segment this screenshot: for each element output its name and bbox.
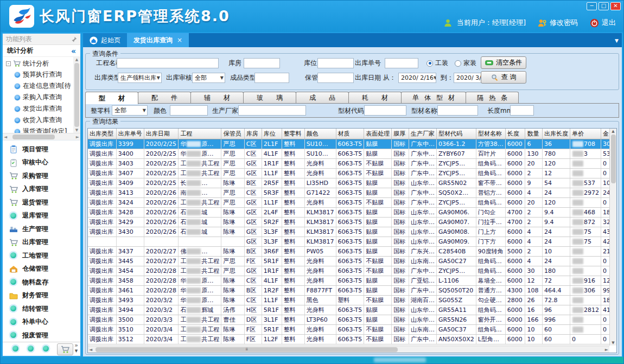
footer-module-button[interactable]: [42, 344, 50, 354]
radio-jiazhuang[interactable]: 家装: [455, 58, 476, 68]
minimize-button[interactable]: ─: [587, 2, 597, 10]
footer-cart-button[interactable]: [57, 343, 73, 355]
change-password-button[interactable]: 修改密码: [538, 18, 578, 28]
manufacturer-input[interactable]: [238, 105, 306, 116]
scroll-right-icon[interactable]: ►: [76, 135, 79, 139]
scroll-thumb[interactable]: [611, 135, 616, 183]
maximize-button[interactable]: □: [598, 2, 609, 10]
tree-horizontal-scrollbar[interactable]: ◄ ►: [3, 133, 80, 140]
logout-button[interactable]: 退出: [590, 18, 616, 28]
pin-icon[interactable]: [71, 36, 77, 42]
column-header[interactable]: 表面处理: [364, 129, 392, 139]
column-header[interactable]: 数量: [525, 129, 543, 139]
scroll-down-icon[interactable]: ▼: [612, 341, 614, 345]
project-name-input[interactable]: [117, 58, 219, 68]
table-row[interactable]: 调拨出库34072020/2/25工共工程严思G区1L1F整料光身料6063-T…: [88, 168, 616, 178]
table-row[interactable]: 调拨出库34002020/2/25华原…严思C区4L1F整料SU10…6063-…: [88, 149, 616, 158]
sidebar-module-item[interactable]: 结转管理: [3, 302, 80, 316]
keeper-input[interactable]: [317, 73, 354, 83]
close-button[interactable]: ✕: [610, 2, 621, 10]
scroll-thumb[interactable]: ⅲ: [95, 347, 398, 352]
material-tab[interactable]: 辅 材: [190, 92, 244, 104]
scroll-right-icon[interactable]: ►: [605, 347, 608, 352]
table-row[interactable]: 调拨出库34372020/2/27佛…陈琳B区3R6F整料PW056063-T5…: [88, 246, 616, 256]
order-no-input[interactable]: [385, 58, 418, 68]
tab-close-icon[interactable]: ×: [177, 36, 182, 44]
table-row[interactable]: 调拨出库34292020/2/26石城陈琳G区5R2F整料KLM38176063…: [88, 217, 616, 227]
table-row[interactable]: G区3L3F整料KLM38176063-T5贴膜国标山东华…GA90M09.门下…: [88, 237, 616, 246]
tree-item[interactable]: 采购入库查询: [6, 92, 73, 103]
tree-vertical-scrollbar[interactable]: ▲ ▼: [73, 57, 80, 133]
column-header[interactable]: 颜色: [304, 129, 336, 139]
table-row[interactable]: 调拨出库35122020/3/4工共工程陈琳F区1L2F整料光身料6063-T5…: [88, 334, 616, 344]
sidebar-module-item[interactable]: 财务管理: [3, 289, 80, 302]
out-type-select[interactable]: 生产领料出库▼: [118, 73, 162, 83]
material-tab[interactable]: 隔热条: [466, 92, 519, 104]
audit-select[interactable]: 全部▼: [192, 73, 225, 83]
grid-vertical-scrollbar[interactable]: ▲ ▼: [609, 129, 616, 346]
table-row[interactable]: 调拨出库34542020/2/28工共工程严思G区1R1F整料光身料6063-T…: [88, 266, 616, 276]
column-header[interactable]: 出库单号: [116, 129, 144, 139]
sidebar-module-item[interactable]: 物料盘存: [3, 276, 80, 289]
sidebar-module-item[interactable]: 报废管理: [3, 329, 80, 342]
footer-module-button[interactable]: [27, 344, 35, 354]
table-row[interactable]: 调拨出库35102020/3/4工共工程陈琳F区5R1F整料光身料6063-T5…: [88, 324, 616, 334]
location-input[interactable]: [317, 58, 354, 68]
table-row[interactable]: 调拨出库34452020/2/27工共工程严思F区5R1F整料光身料6063-T…: [88, 256, 616, 266]
profile-name-input[interactable]: [437, 105, 478, 116]
tree-item[interactable]: 发货出库查询: [6, 103, 73, 114]
radio-gongzhuang[interactable]: 工装: [426, 58, 448, 68]
clear-conditions-button[interactable]: 清空条件: [481, 56, 526, 69]
column-header[interactable]: 工程: [179, 129, 221, 139]
scroll-thumb[interactable]: [12, 135, 55, 139]
grid-horizontal-scrollbar[interactable]: ◄ ⅲ ►: [88, 346, 609, 353]
table-row[interactable]: 调拨出库34942020/3/2石辉城汤伟H区5R1F整料光身料6063-T5贴…: [88, 305, 616, 315]
column-header[interactable]: 膜厚: [392, 129, 409, 139]
tab-start-page[interactable]: 起始页: [83, 33, 127, 47]
table-row[interactable]: 调拨出库34242020/2/26工共工程严思G区1L1F整料光身料6063-T…: [88, 197, 616, 207]
sidebar-module-item[interactable]: 审核中心: [3, 156, 80, 169]
column-header[interactable]: 整零料: [282, 129, 304, 139]
collapse-icon[interactable]: «: [71, 47, 76, 55]
material-tab[interactable]: 耗 材: [348, 92, 402, 104]
scroll-left-icon[interactable]: ◄: [4, 135, 7, 139]
length-input[interactable]: [510, 105, 534, 116]
search-button[interactable]: 查 询: [481, 71, 526, 84]
sidebar-module-item[interactable]: 补单中心: [3, 315, 80, 329]
column-header[interactable]: 保管员: [221, 129, 244, 139]
table-row[interactable]: 调拨出库34132020/2/26南…严思C区5R3F整料G714226063-…: [88, 188, 616, 197]
table-row[interactable]: 调拨出库34032020/2/25工共工程严思G区1R1F整料光身料6063-T…: [88, 158, 616, 168]
sidebar-module-item[interactable]: 生产管理: [3, 222, 80, 236]
tree-item[interactable]: 退货查询[待定]: [6, 126, 73, 133]
sidebar-module-item[interactable]: 入库管理: [3, 182, 80, 196]
column-header[interactable]: 单价: [570, 129, 601, 139]
table-row[interactable]: 调拨出库34282020/2/26石城陈琳G区2L4F整料KLM38176063…: [88, 207, 616, 217]
warehouse-input[interactable]: [244, 58, 280, 68]
tree-expander-icon[interactable]: -: [6, 61, 11, 66]
tree-item[interactable]: 在途信息查询[待: [6, 80, 73, 92]
material-tab[interactable]: 单体型材: [401, 92, 466, 104]
column-header[interactable]: 库房: [244, 129, 262, 139]
tree-item[interactable]: 预算执行查询: [6, 69, 73, 80]
material-tab[interactable]: 配 件: [138, 92, 191, 104]
column-header[interactable]: 库位: [262, 129, 282, 139]
table-row[interactable]: 调拨出库34932020/3/2华原…陈琳C区1L1F整料黑色塑料不贴膜国标湖南…: [88, 295, 616, 305]
profile-code-input[interactable]: [364, 105, 406, 116]
footer-module-button[interactable]: [11, 344, 20, 354]
more-buttons-icon[interactable]: »▾: [74, 343, 78, 354]
sidebar-module-item[interactable]: 出库管理: [3, 235, 80, 249]
sidebar-module-item[interactable]: 工地管理: [3, 249, 80, 263]
tree-root[interactable]: - 统计分析: [6, 58, 73, 69]
column-header[interactable]: 出库长度: [542, 129, 570, 139]
tab-shipment-outbound-query[interactable]: 发货出库查询 ×: [127, 33, 189, 47]
table-row[interactable]: 调拨出库34092020/2/25长…陈琳B区2R5F整料LI35HD6063-…: [88, 178, 616, 188]
sidebar-section-header[interactable]: 统计分析 «: [3, 44, 80, 57]
scroll-down-icon[interactable]: ▼: [75, 128, 78, 132]
sidebar-module-item[interactable]: 采购管理: [3, 169, 80, 183]
whole-piece-select[interactable]: 全部▼: [112, 105, 148, 116]
column-header[interactable]: 长度: [505, 129, 525, 139]
scroll-left-icon[interactable]: ◄: [89, 347, 92, 352]
column-header[interactable]: 材质: [336, 129, 364, 139]
column-header[interactable]: 生产厂家: [409, 129, 436, 139]
product-type-input[interactable]: [254, 73, 289, 83]
